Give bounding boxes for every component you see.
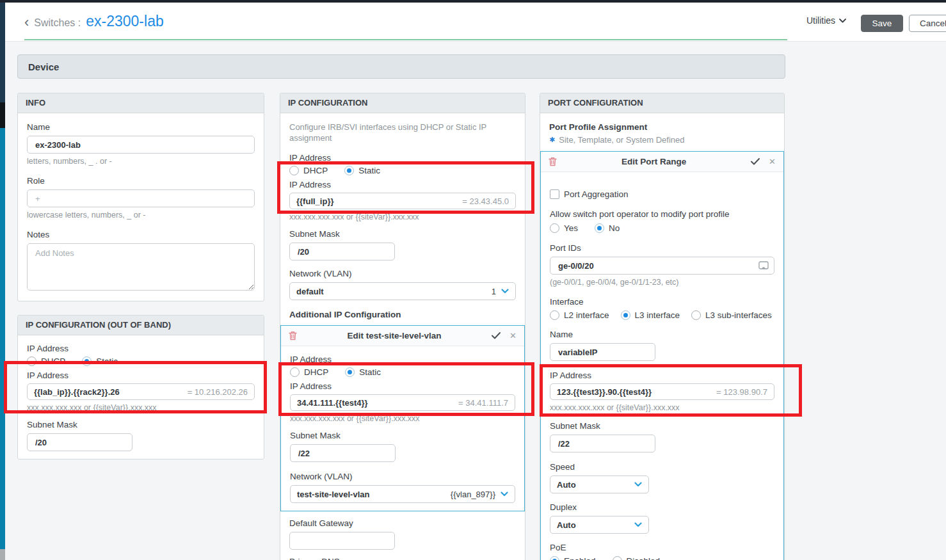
oob-ip-hint: xxx.xxx.xxx.xxx or {{siteVar}}.xxx.xxx (27, 403, 255, 413)
vlan-ip-field-label: IP Address (290, 381, 515, 392)
vlan-ip-input-wrap: = 34.41.111.7 (290, 394, 515, 411)
close-icon[interactable]: ✕ (769, 157, 776, 166)
speed-label: Speed (550, 461, 774, 472)
close-icon[interactable]: ✕ (509, 331, 517, 340)
port-ids-input[interactable] (558, 261, 758, 271)
vlan-static-label: Static (359, 367, 381, 377)
port-aggregation-checkbox[interactable]: Port Aggregation (550, 189, 629, 199)
left-edge-strip-teal (0, 128, 5, 549)
radio-off-icon (691, 310, 701, 320)
ip-field-label: IP Address (289, 179, 516, 190)
port-ids-label: Port IDs (550, 243, 774, 253)
oob-ip-panel: IP CONFIGURATION (OUT OF BAND) IP Addres… (17, 315, 264, 460)
chevron-down-icon (501, 492, 508, 497)
duplex-select[interactable]: Auto (550, 516, 649, 534)
radio-on-icon (595, 223, 604, 233)
vlan-dhcp-radio[interactable]: DHCP (290, 367, 328, 377)
vlan-static-radio[interactable]: Static (345, 367, 381, 377)
radio-on-icon (550, 556, 559, 560)
ip-resolved-value: = 23.43.45.0 (462, 196, 509, 206)
utilities-dropdown[interactable]: Utilities (806, 15, 846, 26)
delete-trash-icon[interactable] (549, 157, 557, 166)
ip-input[interactable] (296, 196, 462, 206)
vlan-ip-group-label: IP Address (290, 354, 515, 365)
operator-yes-label: Yes (564, 223, 578, 233)
ip-hint: xxx.xxx.xxx.xxx or {{siteVar}}.xxx.xxx (289, 212, 516, 222)
oob-static-label: Static (96, 356, 118, 366)
oob-ip-group-label: IP Address (27, 343, 255, 354)
poe-enabled-radio[interactable]: Enabled (550, 556, 596, 560)
oob-static-radio[interactable]: Static (82, 356, 118, 366)
poe-disabled-radio[interactable]: Disabled (613, 556, 661, 560)
port-subnet-input[interactable] (550, 435, 655, 452)
gateway-label: Default Gateway (289, 518, 516, 529)
ip-dhcp-radio[interactable]: DHCP (289, 166, 328, 175)
chevron-down-icon (634, 522, 642, 527)
vlan-network-id: {{vlan_897}} (451, 490, 495, 499)
edit-port-range-title: Edit Port Range (557, 157, 751, 166)
oob-dhcp-label: DHCP (41, 356, 65, 366)
name-input[interactable] (27, 136, 255, 154)
oob-subnet-label: Subnet Mask (27, 419, 255, 430)
operator-yes-radio[interactable]: Yes (550, 223, 578, 233)
oob-subnet-input[interactable] (27, 433, 132, 451)
cancel-button[interactable]: Cancel (909, 15, 946, 32)
poe-disabled-label: Disabled (627, 556, 661, 560)
confirm-check-icon[interactable] (751, 158, 760, 165)
notes-textarea[interactable] (27, 243, 255, 291)
operator-modify-label: Allow switch port operator to modify por… (550, 209, 774, 220)
save-button[interactable]: Save (861, 15, 903, 32)
name-label: Name (27, 122, 255, 132)
vlan-ip-hint: xxx.xxx.xxx.xxx or {{siteVar}}.xxx.xxx (290, 413, 515, 424)
role-input[interactable] (27, 189, 255, 207)
radio-off-icon (290, 367, 300, 377)
subnet-input[interactable] (289, 243, 395, 260)
top-dark-bar (0, 0, 946, 3)
delete-trash-icon[interactable] (289, 331, 297, 340)
l3-interface-radio[interactable]: L3 interface (621, 310, 680, 320)
operator-no-radio[interactable]: No (595, 223, 620, 233)
chevron-down-icon (501, 289, 509, 294)
device-section-bar[interactable]: Device (17, 54, 785, 79)
port-ip-field-label: IP Address (550, 370, 774, 381)
radio-on-icon (344, 166, 354, 175)
l3-sub-interfaces-radio[interactable]: L3 sub-interfaces (691, 310, 772, 320)
ip-static-radio[interactable]: Static (344, 166, 380, 175)
oob-dhcp-radio[interactable]: DHCP (27, 356, 65, 366)
l2-interface-radio[interactable]: L2 interface (550, 310, 609, 320)
port-picker-icon[interactable] (758, 261, 769, 270)
gateway-input[interactable] (289, 532, 395, 550)
vlan-select[interactable]: default 1 (289, 282, 516, 300)
left-edge-strip-navy (0, 3, 5, 102)
radio-off-icon (550, 310, 559, 320)
vlan-select-value: default (296, 287, 492, 296)
port-aggregation-label: Port Aggregation (564, 189, 629, 199)
radio-off-icon (550, 223, 559, 233)
vlan-label: Network (VLAN) (289, 268, 516, 279)
info-panel: INFO Name letters, numbers, _ . or - Rol… (17, 93, 264, 301)
dns-label: Primary DNS (289, 556, 516, 560)
oob-ip-field-label: IP Address (27, 370, 255, 381)
vlan-ip-input[interactable] (297, 398, 458, 408)
port-name-input[interactable] (550, 343, 655, 361)
duplex-label: Duplex (550, 502, 774, 513)
port-ip-input[interactable] (557, 387, 716, 397)
vlan-subnet-input[interactable] (290, 444, 396, 462)
green-underline (24, 39, 787, 40)
page-header: ‹ Switches : ex-2300-lab Utilities Save … (5, 3, 946, 42)
vlan-network-select[interactable]: test-site-level-vlan {{vlan_897}} (290, 485, 515, 503)
l3-interface-label: L3 interface (635, 310, 680, 320)
oob-ip-input-wrap: = 10.216.202.26 (27, 383, 255, 400)
edit-port-range-subpanel: Edit Port Range ✕ Port Aggregation Allow… (540, 151, 784, 560)
ip-input-wrap: = 23.43.45.0 (289, 193, 516, 209)
ip-config-panel-header: IP CONFIGURATION (280, 93, 525, 113)
l2-interface-label: L2 interface (564, 310, 609, 320)
port-ip-resolved-value: = 123.98.90.7 (716, 387, 767, 397)
confirm-check-icon[interactable] (492, 332, 501, 339)
chevron-down-icon (634, 482, 642, 487)
oob-ip-panel-header: IP CONFIGURATION (OUT OF BAND) (18, 316, 264, 335)
port-ids-hint: (ge-0/0/1, ge-0/0/4, ge-0/1/1-23, etc) (550, 277, 774, 287)
speed-select[interactable]: Auto (550, 476, 649, 493)
vlan-id-value: 1 (492, 287, 496, 296)
oob-ip-input[interactable] (34, 387, 188, 397)
